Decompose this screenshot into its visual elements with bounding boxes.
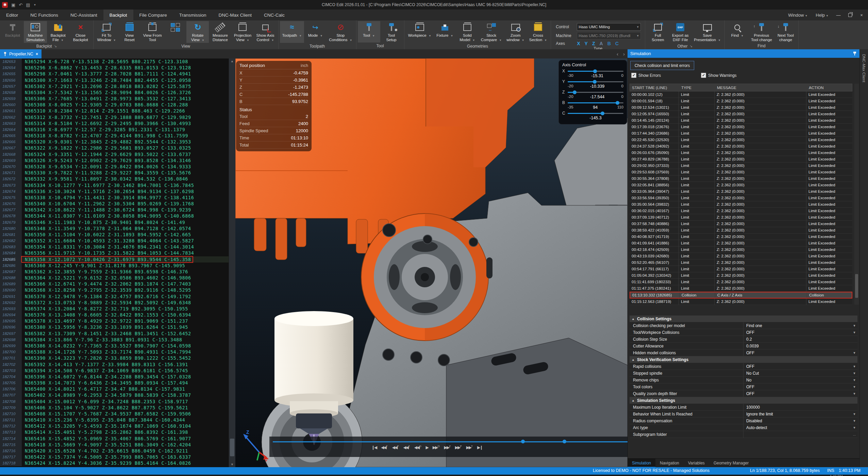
mode-button[interactable]: ↪Mode ▼: [304, 21, 327, 43]
nc-line[interactable]: 182665N365318 X-8.8782 Y-12.4707 Z-29.41…: [0, 133, 235, 139]
nc-line[interactable]: 182701N365390 X-14.3223 Y-7.2826 Z-33.88…: [0, 355, 235, 361]
menu-tab-editor[interactable]: Editor: [0, 10, 24, 20]
setting-value[interactable]: Auto-detect▼: [744, 424, 857, 431]
setting-value[interactable]: OFF▼: [744, 363, 857, 370]
nc-line[interactable]: 182715N365418 X-15.5669 Y-4.9097 Z-35.52…: [0, 442, 235, 448]
stop-conditions-button[interactable]: ⊘Stop Conditions ▼: [327, 21, 354, 43]
nc-line[interactable]: 182660N365308 X-8.0025 Y-12.9305 Z-29.07…: [0, 102, 235, 108]
nc-code-editor[interactable]: 182653N365294 X-6.728 Y-13.5138 Z-28.569…: [0, 58, 235, 467]
nc-line[interactable]: 182669N365326 X-9.5243 Y-12.0902 Z-29.76…: [0, 157, 235, 164]
slider-thumb[interactable]: [593, 80, 597, 84]
nc-line[interactable]: 182662N365312 X-8.3732 Y-12.7451 Z-29.18…: [0, 114, 235, 120]
settings-section-header[interactable]: ▲Collision Settings: [630, 316, 857, 322]
nc-line[interactable]: 182679N365346 X-11.1983 Y-10.875 Z-30.94…: [0, 219, 235, 225]
next-tool-button[interactable]: ▶▶T: [466, 445, 473, 450]
tab-propeller-nc[interactable]: Propeller.NC ×: [0, 49, 41, 58]
nc-line[interactable]: 182670N365328 X-9.6534 Y-12.0091 Z-29.84…: [0, 164, 235, 170]
table-row[interactable]: 01:11:41.699 (180233)LimitZ: 2.362 (0.00…: [630, 279, 852, 285]
minimize-button[interactable]: —: [833, 11, 844, 19]
save-presentation-button[interactable]: Save Presentation ▼: [691, 21, 723, 43]
projection-view-button[interactable]: Projection View ▼: [231, 21, 254, 43]
nc-line[interactable]: 182664N365316 X-8.6977 Y-12.57 Z-29.3285…: [0, 126, 235, 133]
table-row[interactable]: 00:00:01.594 (18)LimitZ: 2.362 (0.000)Li…: [630, 98, 852, 104]
table-row[interactable]: 00:22:45.530 (32530)LimitZ: 2.362 (0.000…: [630, 137, 852, 143]
nc-line[interactable]: 182708N365404 X-15.0012 Y-6.099 Z-34.724…: [0, 398, 235, 404]
nc-line[interactable]: 182682N365352 X-11.6684 Y-10.4593 Z-31.3…: [0, 238, 235, 244]
nc-line[interactable]: 182695N365378 X-13.4697 Y-8.4929 Z-32.97…: [0, 318, 235, 324]
nc-line[interactable]: 182698N365384 X-13.866 Y-7.96 Z-33.3883 …: [0, 337, 235, 343]
tool-button[interactable]: Tool ▼: [358, 21, 380, 42]
table-row[interactable]: 00:54:17.791 (66117)LimitZ: 2.362 (0.000…: [630, 266, 852, 272]
collapse-triangle-icon[interactable]: ▲: [632, 358, 635, 361]
table-row[interactable]: 00:27:49.829 (36788)LimitZ: 2.362 (0.000…: [630, 156, 852, 163]
machine-type-dropdown[interactable]: Haas UMC-750 (2019) (Bundl▼: [577, 32, 641, 39]
nc-line[interactable]: 182658N365304 X-7.5342 Y-13.1565 Z-28.90…: [0, 89, 235, 96]
setting-value[interactable]: Find one▼: [744, 322, 857, 329]
nc-line[interactable]: 182696N365380 X-13.5956 Y-8.3236 Z-33.10…: [0, 324, 235, 330]
print-icon[interactable]: ▤: [26, 2, 30, 7]
nc-line[interactable]: 182717N365422 X-15.7374 Y-4.5005 Z-35.79…: [0, 454, 235, 460]
table-header-row[interactable]: START TIME (LINE) TYPE MESSAGE ACTION: [630, 84, 852, 91]
menu-tab-nc-assistant[interactable]: NC-Assistant: [64, 10, 103, 20]
table-row[interactable]: 00:30:55.364 (37808)LimitZ: 2.362 (0.000…: [630, 175, 852, 182]
nc-line[interactable]: 182690N365368 X-12.8258 Y-9.2795 Z-32.35…: [0, 287, 235, 293]
table-row[interactable]: 00:42:18.474 (42509)LimitZ: 2.362 (0.000…: [630, 247, 852, 253]
settings-row[interactable]: Collision Step Size0.2: [630, 336, 857, 343]
fit-to-window-button[interactable]: Fit To Window ▼: [95, 21, 118, 43]
quick-access-dropdown-icon[interactable]: ▼: [34, 3, 36, 6]
slider-thumb[interactable]: [573, 90, 577, 94]
slider-thumb[interactable]: [593, 69, 597, 73]
table-row[interactable]: 00:37:09.139 (40712)LimitZ: 2.362 (0.000…: [630, 214, 852, 221]
nc-line[interactable]: 182707N365402 X-14.8989 Y-6.2953 Z-34.58…: [0, 392, 235, 398]
nc-line[interactable]: 182681N365350 X-11.5104 Y-10.6022 Z-31.1…: [0, 232, 235, 238]
table-row[interactable]: 00:38:59.422 (41059)LimitZ: 2.362 (0.000…: [630, 227, 852, 234]
next-path-button[interactable]: ▶▶P: [455, 445, 462, 450]
nc-line[interactable]: 182656N365300 X-7.1663 Y-13.3246 Z-28.74…: [0, 77, 235, 83]
nc-line[interactable]: 182657N365302 X-7.2921 Y-13.2696 Z-28.80…: [0, 83, 235, 89]
nc-line[interactable]: 182680N365348 X-11.3549 Y-10.7378 Z-31.0…: [0, 225, 235, 232]
axis-letter-z[interactable]: Z: [592, 41, 595, 46]
nc-line[interactable]: 182655N365298 X-7.0461 Y-13.3777 Z-28.70…: [0, 71, 235, 77]
title-bar[interactable]: ✱ ▣ ↶ ▤ ▼ CIMCO Edit 2026.01.01 - [C:\Pr…: [0, 0, 868, 10]
settings-row[interactable]: Maximum Loop Iteration Limit100000: [630, 404, 857, 411]
dropdown-arrow-icon[interactable]: ▼: [851, 378, 857, 382]
table-row[interactable]: 00:43:19.039 (42680)LimitZ: 2.362 (0.000…: [630, 253, 852, 259]
axis-letter-b[interactable]: B: [607, 41, 611, 46]
settings-row[interactable]: Arc typeAuto-detect▼: [630, 424, 857, 431]
settings-row[interactable]: Subprogram folder…: [630, 431, 857, 438]
setting-value[interactable]: 100000: [744, 404, 857, 410]
dropdown-arrow-icon[interactable]: ▼: [851, 351, 857, 355]
table-row[interactable]: 00:35:00.564 (39832)LimitZ: 2.362 (0.000…: [630, 201, 852, 208]
dropdown-arrow-icon[interactable]: ▼: [851, 412, 857, 416]
nc-line[interactable]: 182674N365336 X-10.3024 Y-11.5716 Z-30.2…: [0, 188, 235, 194]
settings-row[interactable]: Hidden model collisionsOFF▼: [630, 350, 857, 356]
slider-track[interactable]: [568, 81, 623, 82]
slider-thumb[interactable]: [616, 101, 619, 105]
nc-line[interactable]: 182685N365358 X-12.1072 Y-10.0426 Z-31.6…: [0, 256, 235, 262]
settings-row[interactable]: Stopped spindleNo Cut▼: [630, 370, 857, 377]
settings-row[interactable]: Radius compensationDisabled▼: [630, 418, 857, 424]
toolpath-button[interactable]: ≈Toolpath ▼: [280, 21, 304, 43]
nc-line[interactable]: 182653N365294 X-6.728 Y-13.5138 Z-28.569…: [0, 58, 235, 65]
setting-value[interactable]: Disabled▼: [744, 418, 857, 424]
go-to-end-button[interactable]: ▶❙: [477, 445, 482, 450]
prev-op-button[interactable]: ◀◀O: [414, 445, 421, 450]
dropdown-arrow-icon[interactable]: ▼: [851, 392, 857, 395]
panel-tab-geometry-manager[interactable]: Geometry Manager: [709, 459, 753, 468]
settings-row[interactable]: Cutter Allowance0.0039: [630, 343, 857, 350]
nc-line[interactable]: 182688N365364 X-12.5221 Y-9.6152 Z-32.05…: [0, 275, 235, 281]
table-row[interactable]: 00:09:12.534 (13021)LimitZ: 2.362 (0.000…: [630, 104, 852, 111]
machine-simulation-button[interactable]: Machine Simulation: [24, 21, 47, 43]
settings-section-header[interactable]: ▲Stock Verification Settings: [630, 356, 857, 363]
nc-line[interactable]: 182654N365296 X-6.8862 Y-13.4453 Z-28.63…: [0, 65, 235, 71]
nc-line[interactable]: 182694N365376 X-13.3408 Y-8.6605 Z-32.84…: [0, 312, 235, 318]
table-row[interactable]: 00:33:05.964 (39047)LimitZ: 2.362 (0.000…: [630, 188, 852, 195]
panel-tab-variables[interactable]: Variables: [684, 459, 709, 468]
dialog-launcher-icon[interactable]: ↘: [689, 44, 692, 48]
nc-line[interactable]: 182718N365424 X-15.8224 Y-4.3036 Z-35.92…: [0, 460, 235, 466]
tab-scroll-right-icon[interactable]: ›: [623, 51, 625, 57]
dropdown-arrow-icon[interactable]: ▼: [851, 426, 857, 429]
table-row[interactable]: 00:40:08.927 (41719)LimitZ: 2.362 (0.000…: [630, 234, 852, 240]
setting-value[interactable]: OFF▼: [744, 350, 857, 356]
nc-line[interactable]: 182689N365366 X-12.6741 Y-9.4474 Z-32.20…: [0, 281, 235, 287]
